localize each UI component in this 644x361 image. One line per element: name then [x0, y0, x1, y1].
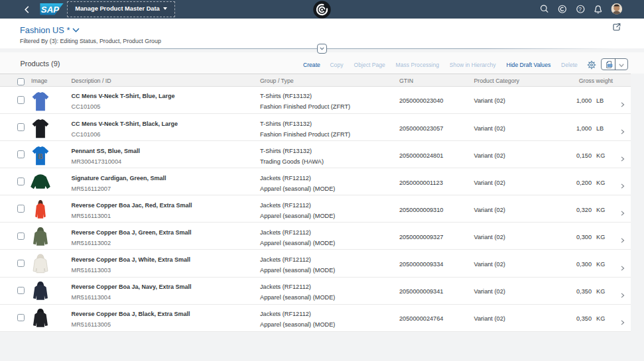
- svg-text:?: ?: [578, 6, 582, 13]
- svg-text:B: B: [38, 152, 43, 160]
- svg-text:SAP: SAP: [40, 5, 58, 15]
